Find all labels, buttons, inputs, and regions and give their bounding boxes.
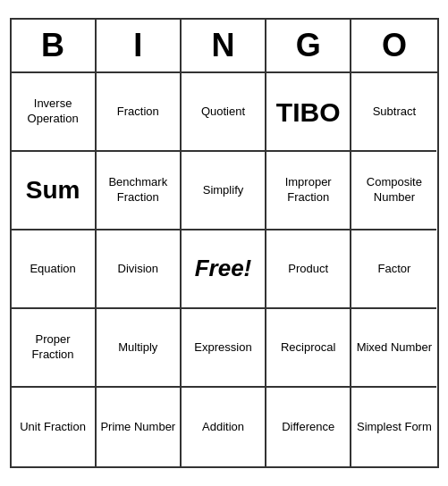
bingo-cell-r2-c4: Factor [351, 230, 436, 309]
bingo-cell-r1-c1: Benchmark Fraction [97, 152, 182, 230]
bingo-cell-r4-c3: Difference [266, 388, 351, 466]
bingo-cell-r0-c1: Fraction [97, 73, 182, 152]
header-letter-i: I [97, 20, 182, 71]
bingo-cell-r0-c2: Quotient [182, 73, 266, 152]
bingo-cell-r0-c0: Inverse Operation [12, 73, 97, 152]
bingo-cell-r2-c0: Equation [12, 230, 97, 309]
header-letter-g: G [266, 20, 351, 71]
bingo-cell-r4-c0: Unit Fraction [12, 388, 97, 466]
header-letter-b: B [12, 20, 97, 71]
bingo-cell-r1-c0: Sum [12, 152, 97, 230]
header-letter-o: O [351, 20, 436, 71]
bingo-cell-r3-c1: Multiply [97, 309, 182, 388]
bingo-header: BINGO [12, 20, 437, 73]
bingo-card: BINGO Inverse OperationFractionQuotientT… [10, 18, 439, 468]
bingo-grid: Inverse OperationFractionQuotientTIBOSub… [12, 73, 437, 466]
bingo-cell-r3-c2: Expression [182, 309, 266, 388]
bingo-cell-r4-c2: Addition [182, 388, 266, 466]
bingo-cell-r4-c1: Prime Number [97, 388, 182, 466]
bingo-cell-r3-c0: Proper Fraction [12, 309, 97, 388]
bingo-cell-r1-c4: Composite Number [351, 152, 436, 230]
bingo-cell-r4-c4: Simplest Form [351, 388, 436, 466]
bingo-cell-r2-c1: Division [97, 230, 182, 309]
bingo-cell-r0-c3: TIBO [266, 73, 351, 152]
bingo-cell-r0-c4: Subtract [351, 73, 436, 152]
bingo-cell-r2-c3: Product [266, 230, 351, 309]
header-letter-n: N [182, 20, 266, 71]
bingo-cell-r1-c3: Improper Fraction [266, 152, 351, 230]
bingo-cell-r3-c3: Reciprocal [266, 309, 351, 388]
bingo-cell-r3-c4: Mixed Number [351, 309, 436, 388]
bingo-cell-r2-c2: Free! [182, 230, 266, 309]
bingo-cell-r1-c2: Simplify [182, 152, 266, 230]
